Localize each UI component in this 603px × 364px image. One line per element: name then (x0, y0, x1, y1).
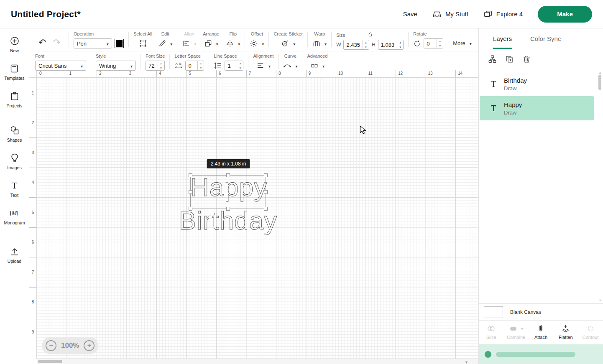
selection-handle-n[interactable] (226, 173, 230, 177)
duplicate-icon[interactable] (505, 55, 514, 64)
selection-handle-nw[interactable] (189, 173, 192, 177)
offset-group[interactable]: Offset (250, 31, 264, 48)
selection-box[interactable] (190, 175, 266, 209)
chevron-down-icon (521, 326, 523, 331)
redo-icon[interactable] (53, 38, 60, 47)
sidebar-item-shapes[interactable]: Shapes (7, 125, 22, 143)
letter-space-input[interactable]: 0 (185, 61, 204, 71)
sidebar-item-label: Projects (7, 103, 23, 108)
line-space-input[interactable]: 1 (225, 61, 243, 71)
font-size-input[interactable]: 72 (146, 61, 165, 71)
rotate-icon[interactable] (413, 40, 421, 48)
ruler-v-label: 6 (29, 227, 36, 257)
sidebar-item-new[interactable]: New (10, 36, 20, 53)
warp-group[interactable]: Warp (312, 31, 327, 48)
stepper-up-icon[interactable] (397, 40, 403, 45)
width-input[interactable]: 2.435 (343, 40, 369, 50)
stepper-up-icon[interactable] (158, 61, 164, 66)
notification-toast[interactable] (479, 344, 603, 364)
edit-toolbar: Operation Pen Select All (29, 28, 478, 70)
width-stepper[interactable] (363, 40, 369, 49)
curve-group[interactable]: Curve (283, 53, 297, 71)
font-size-stepper[interactable] (158, 61, 164, 70)
arrange-group[interactable]: Arrange (203, 31, 219, 48)
combine-icon (509, 324, 518, 333)
height-value: 1.083 (378, 40, 397, 49)
layer-row-happy[interactable]: Happy Draw (480, 96, 594, 120)
stepper-up-icon[interactable] (237, 61, 243, 66)
color-swatch[interactable] (115, 39, 124, 48)
zoom-out-icon[interactable] (46, 340, 56, 351)
stepper-down-icon[interactable] (437, 43, 443, 48)
scroll-up-icon[interactable] (598, 69, 603, 75)
sidebar-item-upload[interactable]: Upload (8, 247, 21, 264)
line-space-value: 1 (225, 61, 237, 70)
alignment-group[interactable]: Alignment (253, 53, 273, 71)
selection-handle-s[interactable] (226, 207, 230, 211)
make-button[interactable]: Make (538, 6, 592, 23)
stepper-down-icon[interactable] (198, 66, 204, 70)
operation-label: Operation (74, 31, 124, 36)
edit-group[interactable]: Edit (158, 31, 172, 48)
undo-icon[interactable] (38, 38, 46, 47)
selection-handle-e[interactable] (264, 190, 268, 194)
ruler-v-label: 2 (29, 108, 36, 138)
stepper-up-icon[interactable] (363, 40, 369, 45)
blank-canvas-swatch[interactable] (484, 306, 503, 318)
sidebar-item-monogram[interactable]: M Monogram (4, 208, 25, 225)
save-button[interactable]: Save (403, 10, 417, 18)
sidebar-item-projects[interactable]: Projects (7, 91, 23, 108)
select-all-icon (139, 39, 147, 48)
height-input[interactable]: 1.083 (378, 40, 404, 50)
select-all-group[interactable]: Select All (133, 31, 152, 48)
font-select[interactable]: Cricut Sans (35, 61, 86, 71)
stepper-down-icon[interactable] (397, 45, 403, 49)
zoom-in-icon[interactable] (84, 340, 95, 351)
trash-icon[interactable] (522, 55, 531, 64)
selection-handle-se[interactable] (264, 207, 268, 211)
sidebar-item-text[interactable]: Text (10, 181, 18, 198)
selection-handle-sw[interactable] (189, 207, 192, 211)
more-button[interactable]: More (453, 40, 472, 46)
operation-select[interactable]: Pen (74, 38, 112, 48)
attach-button[interactable]: Attach (529, 324, 553, 340)
canvas-grid[interactable]: Happy Birthday 2.43 in x 1.08 in (37, 78, 478, 359)
my-stuff-button[interactable]: My Stuff (432, 10, 468, 19)
scroll-arrow-icon[interactable] (465, 359, 468, 364)
letter-space-stepper[interactable] (197, 61, 204, 70)
explore-button[interactable]: Explore 4 (483, 10, 523, 19)
divider (448, 32, 448, 47)
flatten-button[interactable]: Flatten (553, 324, 578, 340)
divider (141, 54, 141, 69)
create-sticker-group[interactable]: Create Sticker (273, 31, 303, 48)
stepper-up-icon[interactable] (198, 61, 204, 66)
panel-scrollbar-thumb[interactable] (598, 75, 601, 90)
sidebar-item-label: Shapes (7, 137, 22, 143)
height-stepper[interactable] (397, 40, 403, 49)
group-icon[interactable] (488, 55, 497, 64)
stepper-down-icon[interactable] (158, 66, 164, 70)
flip-group[interactable]: Flip (226, 31, 240, 48)
tab-layers[interactable]: Layers (493, 28, 512, 49)
layer-row-birthday[interactable]: Birthday Draw (480, 72, 594, 96)
advanced-group[interactable]: Advanced (307, 53, 327, 71)
lock-aspect-icon[interactable] (367, 31, 373, 38)
sidebar-item-images[interactable]: Images (7, 153, 21, 170)
horizontal-scrollbar-thumb[interactable] (38, 360, 62, 363)
line-space-stepper[interactable] (237, 61, 243, 70)
rotate-stepper[interactable] (437, 39, 443, 48)
stepper-up-icon[interactable] (437, 39, 443, 43)
stepper-down-icon[interactable] (363, 45, 369, 49)
sidebar-item-templates[interactable]: Templates (5, 64, 25, 81)
panel-scrollbar[interactable] (598, 69, 603, 303)
scroll-down-icon[interactable] (598, 297, 603, 303)
rotate-input[interactable]: 0 (424, 38, 443, 48)
images-balloon-icon (10, 153, 20, 163)
stepper-down-icon[interactable] (237, 66, 243, 70)
selection-handle-w[interactable] (189, 190, 192, 194)
ruler-h-label: 7 (246, 70, 276, 77)
tab-color-sync[interactable]: Color Sync (530, 28, 561, 49)
horizontal-scrollbar[interactable] (37, 359, 478, 364)
style-select[interactable]: Writing (96, 61, 136, 71)
selection-handle-ne[interactable] (264, 173, 268, 177)
